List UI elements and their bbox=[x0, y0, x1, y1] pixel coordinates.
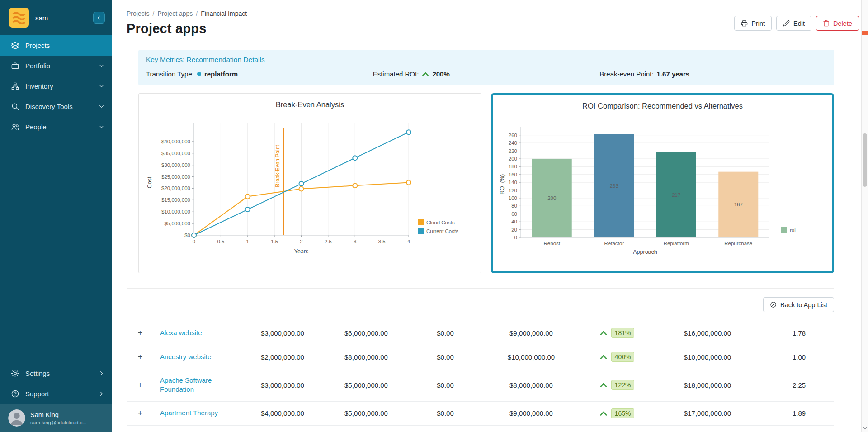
print-button[interactable]: Print bbox=[734, 16, 772, 31]
sidebar-nav: Projects Portfolio Inventory bbox=[0, 35, 112, 137]
breadcrumb-separator: / bbox=[153, 10, 155, 17]
app-name-link[interactable]: Apache Software Foundation bbox=[154, 376, 244, 394]
pencil-icon bbox=[783, 20, 790, 27]
scrollbar-down-arrow-icon[interactable] bbox=[862, 426, 868, 431]
svg-text:0: 0 bbox=[193, 239, 195, 244]
back-to-app-list-button[interactable]: Back to App List bbox=[763, 297, 834, 312]
cell-money: $4,000,000.00 bbox=[244, 409, 321, 417]
breadcrumb-projects[interactable]: Projects bbox=[127, 10, 150, 17]
sidebar-item-label: Inventory bbox=[25, 82, 98, 90]
svg-text:$5,000,000: $5,000,000 bbox=[164, 221, 190, 226]
edit-button[interactable]: Edit bbox=[776, 16, 811, 31]
sidebar-item-label: Support bbox=[25, 390, 98, 398]
search-icon bbox=[11, 102, 19, 111]
estimated-roi-label: Estimated ROI: bbox=[373, 70, 419, 78]
sidebar-item-projects[interactable]: Projects bbox=[0, 35, 112, 56]
roi-cell: 122% bbox=[583, 380, 651, 390]
profile-email: sam.king@tidalcloud.c... bbox=[30, 420, 87, 425]
user-profile[interactable]: Sam King sam.king@tidalcloud.c... bbox=[0, 404, 112, 432]
svg-text:220: 220 bbox=[509, 148, 517, 154]
svg-text:0.5: 0.5 bbox=[217, 239, 224, 244]
sidebar-item-support[interactable]: Support bbox=[0, 384, 112, 404]
sidebar: sam Projects Portfolio bbox=[0, 0, 112, 432]
sidebar-item-discovery-tools[interactable]: Discovery Tools bbox=[0, 96, 112, 117]
svg-text:260: 260 bbox=[509, 133, 517, 138]
svg-text:2: 2 bbox=[300, 239, 302, 244]
svg-text:3.5: 3.5 bbox=[378, 239, 386, 244]
cell-money: $17,000,000.00 bbox=[651, 409, 764, 417]
estimated-roi-value: 200% bbox=[432, 70, 449, 78]
charts-row: Break-Even Analysis 00.511.522.533.54$0$… bbox=[138, 93, 834, 273]
app-name-link[interactable]: Ancestry website bbox=[154, 352, 244, 361]
app-name-link[interactable]: Apartment Therapy bbox=[154, 408, 244, 418]
svg-text:roi: roi bbox=[790, 228, 796, 233]
sidebar-item-label: Settings bbox=[25, 370, 98, 377]
sidebar-item-label: People bbox=[25, 123, 98, 131]
table-row: + Apache Software Foundation $3,000,000.… bbox=[127, 369, 834, 401]
sidebar-collapse-button[interactable] bbox=[93, 12, 105, 24]
key-metrics-row: Transition Type: replatform Estimated RO… bbox=[146, 70, 826, 78]
roi-cell: 165% bbox=[583, 408, 651, 418]
svg-text:40: 40 bbox=[511, 219, 517, 224]
expand-row-button[interactable]: + bbox=[138, 329, 143, 337]
svg-text:Refactor: Refactor bbox=[604, 241, 624, 246]
app-name-link[interactable]: Alexa website bbox=[154, 328, 244, 337]
delete-button[interactable]: Delete bbox=[816, 16, 859, 31]
sidebar-item-settings[interactable]: Settings bbox=[0, 363, 112, 384]
metric-breakeven-point: Break-even Point: 1.67 years bbox=[599, 70, 826, 78]
roi-comparison-chart-title: ROI Comparison: Recommended vs Alternati… bbox=[493, 95, 832, 113]
roi-badge: 400% bbox=[611, 352, 635, 362]
svg-text:$20,000,000: $20,000,000 bbox=[161, 185, 190, 191]
cell-money: $10,000,000.00 bbox=[651, 353, 764, 361]
scrollbar-thumb[interactable] bbox=[863, 133, 867, 187]
page-header: Projects / Project apps / Financial Impa… bbox=[112, 0, 868, 42]
break-even-chart-card[interactable]: Break-Even Analysis 00.511.522.533.54$0$… bbox=[138, 93, 481, 273]
table-row: + Apartment Therapy $4,000,000.00 $5,000… bbox=[127, 401, 834, 426]
header-left: Projects / Project apps / Financial Impa… bbox=[127, 10, 247, 36]
printer-icon bbox=[741, 20, 748, 27]
page-content: Key Metrics: Recommendation Details Tran… bbox=[112, 42, 868, 432]
layers-icon bbox=[11, 41, 19, 50]
back-row: Back to App List bbox=[127, 297, 834, 312]
scrollbar-track[interactable] bbox=[861, 0, 868, 432]
edit-label: Edit bbox=[793, 20, 805, 27]
sidebar-item-people[interactable]: People bbox=[0, 117, 112, 137]
break-even-chart-title: Break-Even Analysis bbox=[139, 94, 481, 112]
breadcrumb-project-apps[interactable]: Project apps bbox=[157, 10, 193, 17]
roi-up-icon bbox=[600, 330, 607, 336]
key-metrics-title[interactable]: Key Metrics: Recommendation Details bbox=[146, 56, 826, 64]
sidebar-item-portfolio[interactable]: Portfolio bbox=[0, 56, 112, 76]
svg-text:ROI (%): ROI (%) bbox=[499, 174, 505, 195]
svg-text:Repurchase: Repurchase bbox=[724, 241, 752, 246]
apps-table: + Alexa website $3,000,000.00 $6,000,000… bbox=[127, 321, 834, 426]
svg-text:167: 167 bbox=[734, 202, 743, 207]
cell-money: $5,000,000.00 bbox=[321, 409, 411, 417]
roi-chart-svg: 020406080100120140160180200220240260200R… bbox=[496, 113, 829, 262]
avatar bbox=[8, 409, 25, 427]
metric-transition-type: Transition Type: replatform bbox=[146, 70, 373, 78]
cell-years: 2.25 bbox=[764, 381, 834, 389]
scrollbar-marker bbox=[862, 31, 868, 35]
breadcrumb-financial-impact: Financial Impact bbox=[201, 10, 247, 17]
sidebar-item-label: Portfolio bbox=[25, 62, 98, 70]
gear-icon bbox=[11, 369, 19, 378]
cell-money: $0.00 bbox=[411, 329, 479, 337]
expand-row-button[interactable]: + bbox=[138, 381, 143, 389]
svg-text:$15,000,000: $15,000,000 bbox=[161, 197, 190, 203]
sidebar-header: sam bbox=[0, 0, 112, 35]
roi-badge: 165% bbox=[611, 408, 635, 418]
roi-cell: 400% bbox=[583, 352, 651, 362]
users-icon bbox=[11, 123, 19, 131]
svg-text:1: 1 bbox=[246, 239, 249, 244]
roi-up-icon bbox=[600, 411, 607, 416]
chevron-down-icon bbox=[98, 83, 105, 90]
svg-text:140: 140 bbox=[509, 180, 517, 185]
roi-comparison-chart-card[interactable]: ROI Comparison: Recommended vs Alternati… bbox=[491, 93, 834, 273]
expand-row-button[interactable]: + bbox=[138, 409, 143, 418]
financial-impact-detail: Key Metrics: Recommendation Details Tran… bbox=[138, 50, 834, 273]
sidebar-item-inventory[interactable]: Inventory bbox=[0, 76, 112, 96]
svg-text:Cost: Cost bbox=[146, 176, 153, 188]
expand-row-button[interactable]: + bbox=[138, 353, 143, 361]
cell-years: 1.78 bbox=[764, 329, 834, 337]
svg-text:$10,000,000: $10,000,000 bbox=[161, 209, 190, 214]
